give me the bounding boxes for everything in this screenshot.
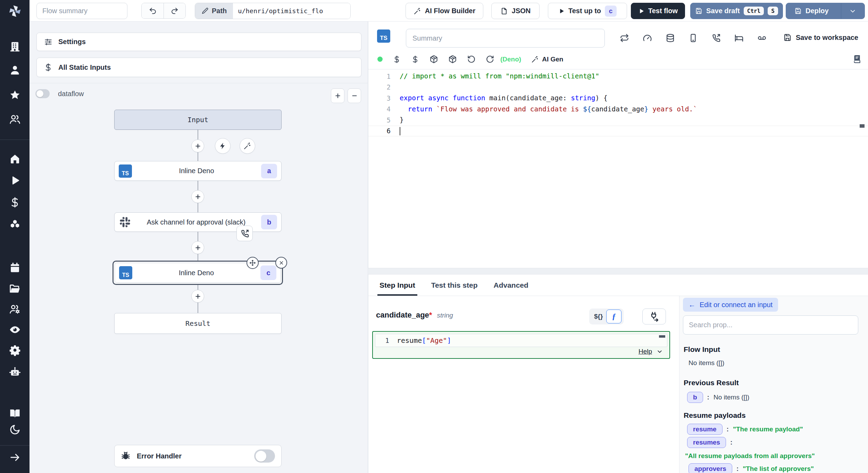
resumes-badge[interactable]: resumes — [687, 437, 726, 448]
error-handler-row[interactable]: Error Handler — [114, 445, 282, 467]
dataflow-toggle[interactable] — [35, 89, 50, 98]
ai-flow-builder-button[interactable]: AI Flow Builder — [406, 3, 483, 19]
concurrency-icon[interactable] — [643, 33, 652, 43]
package-icon[interactable] — [448, 55, 457, 64]
suspend-approval-button[interactable] — [236, 226, 253, 241]
all-static-inputs-row[interactable]: All Static Inputs — [36, 58, 361, 77]
script-library-icon[interactable] — [852, 54, 862, 64]
instance-settings-icon[interactable] — [9, 344, 21, 356]
redo-button[interactable] — [164, 3, 185, 18]
cache-icon[interactable] — [666, 33, 675, 43]
edit-or-connect-button[interactable]: ← Edit or connect an input — [683, 298, 778, 312]
editor-overview-ruler[interactable] — [860, 124, 865, 128]
package-icon[interactable] — [429, 55, 438, 64]
plus-icon — [194, 193, 201, 200]
early-stop-icon[interactable] — [688, 33, 698, 43]
favorites-icon[interactable] — [9, 89, 21, 101]
retries-icon[interactable] — [620, 33, 629, 43]
expression-line[interactable]: 1 resume["Age"] — [375, 334, 667, 347]
tab-advanced[interactable]: Advanced — [493, 274, 528, 296]
trigger-button[interactable] — [215, 138, 231, 154]
expression-editor[interactable]: 1 resume["Age"] Help — [372, 331, 670, 359]
sleep-icon[interactable] — [734, 33, 744, 43]
schedules-icon[interactable] — [9, 262, 21, 274]
ai-add-step-button[interactable] — [240, 138, 255, 154]
add-step-button[interactable] — [191, 190, 204, 203]
result-node-label: Result — [185, 319, 210, 328]
tab-test-this-step[interactable]: Test this step — [431, 274, 478, 296]
groups-icon[interactable] — [9, 113, 21, 125]
folders-icon[interactable] — [9, 283, 21, 295]
test-flow-button[interactable]: Test flow — [631, 3, 685, 19]
json-button[interactable]: JSON — [491, 3, 540, 19]
save-to-workspace-button[interactable]: Save to workspace — [783, 33, 858, 42]
code-line-5[interactable]: 5} — [368, 115, 868, 126]
field-row: candidate_age * string — [376, 311, 453, 320]
save-icon — [695, 7, 702, 15]
code-line-4[interactable]: 4 return `Flow was approved and candidat… — [368, 104, 868, 115]
user-icon[interactable] — [9, 64, 21, 76]
history-icon[interactable] — [467, 55, 476, 64]
home-icon[interactable] — [9, 153, 21, 165]
deploy-dropdown-button[interactable] — [841, 3, 865, 19]
deploy-button[interactable]: Deploy — [786, 3, 837, 19]
runs-icon[interactable] — [9, 175, 21, 186]
approvers-badge[interactable]: approvers — [688, 463, 732, 473]
step-summary-input[interactable] — [406, 29, 605, 48]
resume-badge[interactable]: resume — [687, 424, 723, 435]
test-up-to-button[interactable]: Test up toc — [548, 3, 627, 19]
tab-step-input[interactable]: Step Input — [379, 274, 415, 296]
code-line-1[interactable]: 1// import * as wmill from "npm:windmill… — [368, 71, 868, 82]
text-cursor — [400, 127, 400, 135]
chevron-down-icon[interactable] — [656, 348, 663, 355]
previous-result-badge[interactable]: b — [687, 392, 703, 403]
settings-row[interactable]: Settings — [36, 33, 361, 51]
code-line-6[interactable]: 6 — [368, 126, 868, 137]
dark-mode-icon[interactable] — [9, 424, 21, 436]
variables-icon[interactable] — [9, 196, 21, 208]
code-line-3[interactable]: 3export async function main(candidate_ag… — [368, 93, 868, 104]
graph-node-input[interactable]: Input — [114, 110, 282, 130]
path-input[interactable] — [233, 3, 350, 19]
windmill-logo[interactable] — [8, 4, 22, 18]
move-node-handle[interactable] — [247, 257, 259, 269]
resources-icon[interactable] — [9, 219, 21, 230]
search-prop-input[interactable] — [683, 315, 858, 335]
mock-icon[interactable] — [757, 33, 767, 43]
add-step-button[interactable] — [191, 290, 204, 303]
graph-node-a[interactable]: TS Inline Deno a — [114, 161, 282, 181]
delete-node-button[interactable] — [275, 257, 287, 269]
docs-icon[interactable] — [9, 407, 21, 419]
resources-picker-icon[interactable] — [411, 55, 419, 64]
audit-logs-icon[interactable] — [9, 324, 21, 336]
workers-icon[interactable] — [9, 303, 21, 315]
suspend-icon[interactable] — [711, 33, 721, 43]
code-line-2[interactable]: 2 — [368, 82, 868, 93]
help-link[interactable]: Help — [639, 348, 652, 355]
zoom-out-button[interactable] — [348, 88, 361, 103]
reload-runtime-icon[interactable] — [486, 55, 494, 64]
path-chip[interactable]: Path — [195, 3, 233, 19]
javascript-expression-toggle[interactable]: ƒ — [606, 310, 621, 323]
resumes-row: resumes : — [687, 437, 733, 448]
ai-gen-button[interactable]: AI Gen — [531, 56, 563, 63]
template-literal-toggle[interactable]: ${} — [594, 313, 603, 320]
graph-node-b[interactable]: Ask channel for approval (slack) b — [114, 212, 282, 232]
add-step-button[interactable] — [191, 140, 204, 152]
expression-code[interactable]: resume["Age"] — [389, 336, 451, 345]
error-handler-toggle[interactable] — [254, 449, 275, 463]
code-editor[interactable]: 1// import * as wmill from "npm:windmill… — [368, 71, 868, 136]
flow-summary-input[interactable] — [36, 3, 127, 19]
add-step-button[interactable] — [191, 241, 204, 254]
workspace-icon[interactable] — [9, 41, 21, 52]
connect-input-button[interactable] — [642, 309, 666, 324]
variables-picker-icon[interactable] — [393, 55, 401, 64]
save-draft-button[interactable]: Save draftCtrlS — [690, 3, 783, 19]
collapse-sidebar-icon[interactable] — [9, 451, 21, 463]
zoom-in-button[interactable] — [331, 88, 344, 103]
undo-button[interactable] — [142, 3, 164, 18]
expression-scrollbar[interactable] — [659, 335, 665, 338]
all-static-inputs-label: All Static Inputs — [58, 64, 111, 71]
graph-node-result[interactable]: Result — [114, 313, 282, 334]
ai-icon[interactable] — [9, 366, 21, 378]
